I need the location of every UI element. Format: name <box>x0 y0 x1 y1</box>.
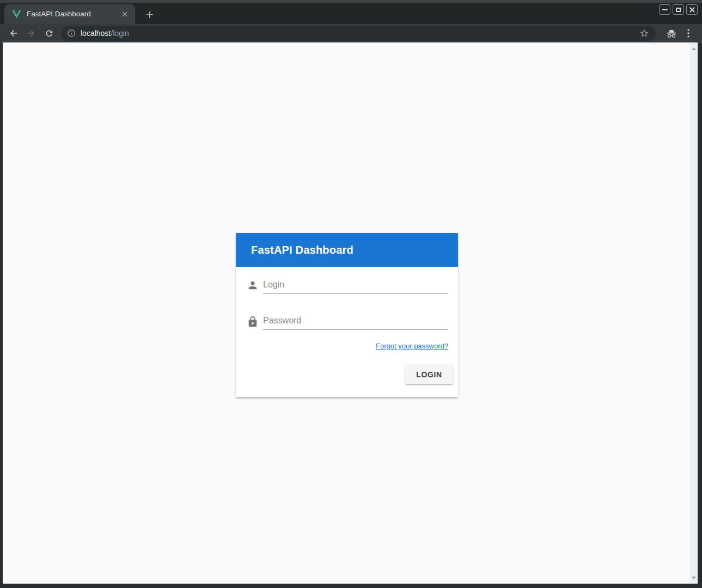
reload-button[interactable] <box>41 26 57 41</box>
new-tab-button[interactable] <box>143 8 157 22</box>
password-input[interactable] <box>263 311 448 330</box>
maximize-icon <box>676 8 681 12</box>
page-scrollbar[interactable] <box>690 42 698 584</box>
scroll-up-arrow-icon[interactable] <box>690 45 698 52</box>
reload-icon <box>45 29 54 38</box>
page-viewport: FastAPI Dashboard Forgot your password? … <box>3 42 690 584</box>
scroll-down-arrow-icon[interactable] <box>690 574 698 581</box>
minimize-button[interactable] <box>659 4 670 15</box>
browser-menu-button[interactable] <box>681 26 695 41</box>
lock-icon <box>247 316 259 328</box>
tab-title: FastAPI Dashboard <box>27 10 120 18</box>
url-text: localhost/login <box>81 29 638 38</box>
address-bar[interactable]: localhost/login <box>61 26 656 41</box>
minimize-icon <box>662 9 668 10</box>
info-icon <box>67 29 76 38</box>
forward-button[interactable] <box>23 26 39 41</box>
browser-toolbar: localhost/login <box>0 24 702 42</box>
kebab-menu-icon <box>687 29 689 38</box>
tab-close-icon[interactable] <box>120 9 130 19</box>
close-button[interactable] <box>686 4 698 15</box>
vue-logo-icon <box>12 10 21 19</box>
back-button[interactable] <box>6 26 21 41</box>
window-controls <box>659 4 698 15</box>
login-input[interactable] <box>263 275 448 294</box>
person-icon <box>247 279 259 291</box>
login-card: FastAPI Dashboard Forgot your password? … <box>236 233 458 397</box>
back-arrow-icon <box>9 28 19 38</box>
close-icon <box>689 7 695 13</box>
browser-tab[interactable]: FastAPI Dashboard <box>4 4 135 24</box>
forgot-password-link[interactable]: Forgot your password? <box>376 342 448 350</box>
browser-window: FastAPI Dashboard localhost/login <box>0 0 702 588</box>
maximize-button[interactable] <box>673 4 684 15</box>
bookmark-star-button[interactable] <box>638 27 650 39</box>
login-card-title: FastAPI Dashboard <box>251 244 353 256</box>
url-host: localhost <box>81 29 111 38</box>
login-button[interactable]: LOGIN <box>405 365 453 384</box>
login-card-header: FastAPI Dashboard <box>236 233 458 267</box>
url-path: /login <box>111 29 129 38</box>
tab-strip: FastAPI Dashboard <box>0 3 702 24</box>
forward-arrow-icon <box>26 28 36 38</box>
incognito-icon <box>664 26 679 41</box>
login-card-body: Forgot your password? LOGIN <box>236 267 458 397</box>
star-outline-icon <box>639 28 649 38</box>
